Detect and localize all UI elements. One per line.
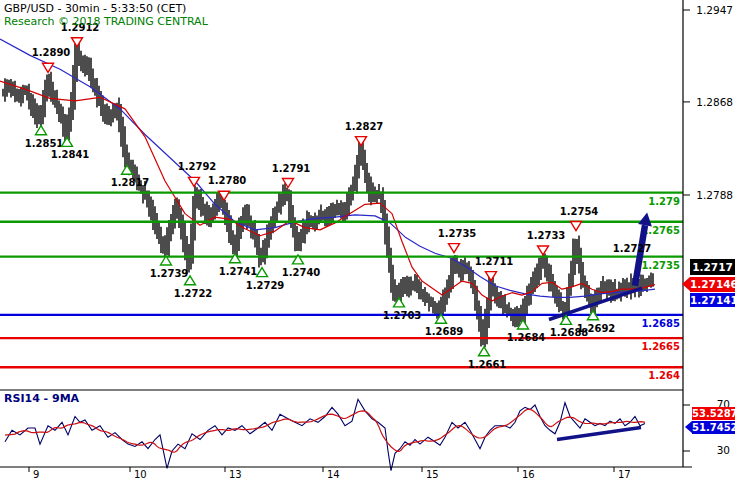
ma-slow-price-value: 1.27141 [690, 294, 735, 306]
peak-marker-icon [571, 222, 582, 231]
left-pointer-icon [682, 277, 690, 291]
rsi-trendline [557, 427, 641, 439]
ma-line-blue [0, 39, 655, 297]
peak-marker-icon [356, 137, 367, 146]
trough-label: 1.2729 [246, 280, 285, 291]
x-tick-label: 13 [229, 469, 242, 480]
peak-label: 1.2827 [345, 121, 384, 132]
x-tick-label: 15 [426, 469, 439, 480]
rsi-tick-30: 30 [698, 444, 730, 456]
pivot-label: 1.2685 [641, 318, 680, 329]
ma-fast-price-tag: 1.27146 [690, 277, 735, 292]
peak-marker-icon [283, 179, 294, 188]
peak-marker-icon [449, 244, 460, 253]
trough-label: 1.2703 [383, 310, 422, 321]
peak-marker-icon [486, 272, 497, 281]
rsi-ma-line [5, 409, 645, 452]
trough-marker-icon [230, 254, 241, 263]
y-tick-label: 1.2788 [696, 189, 733, 201]
peak-label: 1.2890 [32, 47, 71, 58]
chart-canvas: 1.2791.27651.27351.26851.26651.2641.2912… [0, 0, 735, 480]
left-pointer-icon [685, 421, 692, 433]
resistance-label: 1.2735 [641, 260, 680, 271]
trough-marker-icon [479, 347, 490, 356]
peak-label: 1.2733 [527, 230, 566, 241]
peak-marker-icon [538, 246, 549, 255]
trough-label: 1.2689 [425, 326, 464, 337]
x-tick-label: 17 [618, 469, 631, 480]
trough-label: 1.2661 [468, 359, 507, 370]
last-price-value: 1.2717 [692, 261, 733, 273]
ma-slow-price-tag: 1.27141 [690, 293, 735, 307]
rsi-value-tag: 51.7452 [692, 421, 735, 434]
y-tick-label: 1.2868 [696, 96, 733, 108]
trough-label: 1.2739 [150, 268, 189, 279]
support-label: 1.264 [648, 370, 680, 381]
rsi-value: 51.7452 [692, 422, 735, 433]
peak-label: 1.2754 [560, 206, 599, 217]
peak-marker-icon [219, 191, 230, 200]
rsi-ma-value-tag: 53.5287 [692, 407, 735, 420]
rsi-line [5, 399, 645, 470]
trough-label: 1.2684 [507, 332, 546, 343]
y-tick-label: 1.2947 [696, 4, 733, 16]
trough-label: 1.2692 [577, 323, 616, 334]
peak-marker-icon [43, 63, 54, 72]
ma-line-red [0, 81, 655, 301]
peak-label: 1.2792 [178, 161, 217, 172]
trough-label: 1.2817 [111, 177, 150, 188]
x-tick-label: 10 [134, 469, 147, 480]
trading-central-chart: 1.2791.27651.27351.26851.26651.2641.2912… [0, 0, 735, 480]
research-credit: Research © 2018 TRADING CENTRAL [4, 15, 208, 28]
target-price-label: 1.2727 [613, 243, 652, 254]
x-tick-label: 16 [522, 469, 535, 480]
rsi-panel-title: RSI14 - 9MA [4, 392, 79, 405]
up-arrow-head-icon [638, 212, 652, 226]
resistance-label: 1.279 [648, 196, 680, 207]
trough-label: 1.2841 [51, 149, 90, 160]
peak-label: 1.2711 [475, 256, 514, 267]
last-price-tag: 1.2717 [690, 259, 735, 275]
peak-label: 1.2791 [272, 163, 311, 174]
trough-label: 1.2722 [174, 288, 213, 299]
x-tick-label: 9 [33, 469, 39, 480]
trough-marker-icon [257, 268, 268, 277]
x-tick-label: 14 [327, 469, 340, 480]
rsi-ma-value: 53.5287 [692, 408, 735, 419]
peak-marker-icon [72, 38, 83, 47]
peak-label: 1.2735 [438, 228, 477, 239]
ma-fast-price-value: 1.27146 [690, 278, 735, 290]
trough-label: 1.2741 [219, 266, 258, 277]
peak-label: 1.2780 [208, 175, 247, 186]
trough-label: 1.2851 [25, 138, 64, 149]
support-label: 1.2665 [641, 341, 680, 352]
trough-label: 1.2740 [282, 267, 321, 278]
candlestick-series [3, 41, 653, 348]
chart-title: GBP/USD - 30min - 5:33:50 (CET) [4, 2, 186, 15]
